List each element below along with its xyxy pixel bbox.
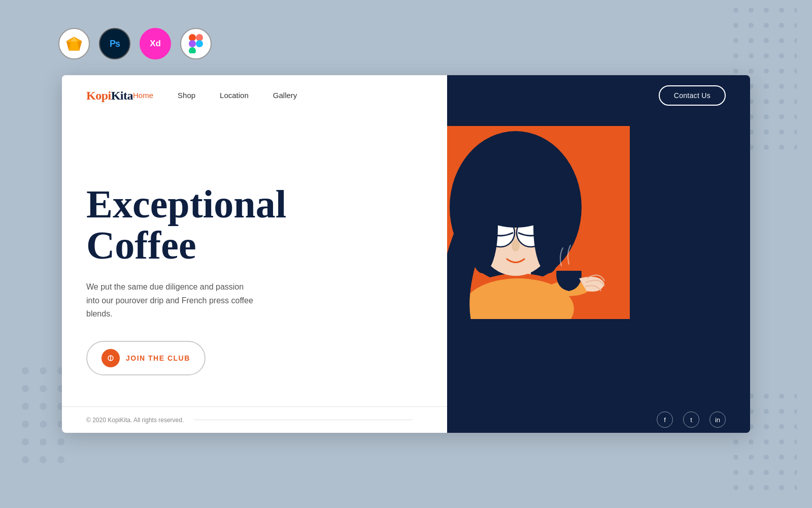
svg-point-75: [733, 470, 738, 475]
main-card: KopiKita Home Shop Location Gallery Exce…: [62, 75, 750, 433]
svg-point-47: [764, 145, 769, 150]
hero-description: We put the same due diligence and passio…: [86, 280, 259, 321]
svg-point-71: [749, 455, 754, 460]
svg-point-16: [749, 53, 754, 58]
svg-point-83: [779, 485, 784, 490]
svg-point-5: [733, 23, 738, 28]
svg-point-74: [794, 455, 797, 460]
coffee-bean-icon: [101, 349, 120, 367]
svg-point-57: [764, 409, 769, 414]
svg-point-7: [764, 23, 769, 28]
logo[interactable]: KopiKita: [86, 89, 133, 103]
svg-rect-113: [189, 47, 196, 53]
svg-point-99: [57, 438, 64, 446]
svg-point-21: [749, 69, 754, 74]
nav-item-shop[interactable]: Shop: [178, 91, 195, 100]
svg-point-59: [794, 409, 797, 414]
svg-point-33: [779, 99, 784, 104]
svg-point-44: [794, 130, 797, 135]
svg-point-32: [764, 99, 769, 104]
facebook-icon[interactable]: f: [657, 411, 673, 428]
sketch-icon: [58, 28, 90, 59]
svg-point-6: [749, 23, 754, 28]
svg-point-101: [40, 456, 47, 463]
svg-point-38: [779, 114, 784, 119]
svg-point-86: [40, 367, 47, 374]
svg-point-84: [794, 485, 797, 490]
svg-point-77: [764, 470, 769, 475]
svg-point-62: [764, 424, 769, 429]
svg-point-72: [764, 455, 769, 460]
svg-point-131: [470, 172, 561, 228]
svg-rect-133: [556, 271, 582, 273]
svg-point-3: [779, 8, 784, 13]
svg-point-4: [794, 8, 797, 13]
svg-point-102: [57, 456, 64, 463]
footer-left: © 2020 KopiKita. All rights reserved.: [62, 406, 447, 433]
svg-point-52: [764, 394, 769, 399]
svg-point-79: [794, 470, 797, 475]
hero-content: Exceptional Coffee We put the same due d…: [62, 116, 447, 433]
photoshop-icon: Ps: [99, 28, 130, 59]
svg-point-24: [794, 69, 797, 74]
svg-point-88: [22, 385, 29, 392]
svg-point-92: [40, 403, 47, 410]
svg-point-37: [764, 114, 769, 119]
right-section: Contact Us: [447, 75, 750, 433]
svg-point-19: [794, 53, 797, 58]
svg-rect-112: [196, 40, 203, 47]
hero-title: Exceptional Coffee: [86, 183, 423, 267]
copyright-text: © 2020 KopiKita. All rights reserved.: [86, 417, 184, 424]
svg-rect-111: [189, 40, 196, 47]
svg-point-12: [764, 38, 769, 43]
right-navbar: Contact Us: [447, 75, 750, 116]
svg-point-91: [22, 403, 29, 410]
svg-point-18: [779, 53, 784, 58]
svg-point-68: [779, 439, 784, 444]
svg-point-65: [733, 439, 738, 444]
svg-point-8: [779, 23, 784, 28]
svg-point-49: [794, 145, 797, 150]
join-the-club-button[interactable]: JOIN THE CLUB: [86, 341, 206, 375]
svg-point-70: [733, 455, 738, 460]
svg-point-17: [764, 53, 769, 58]
contact-us-button[interactable]: Contact Us: [659, 85, 726, 106]
svg-point-28: [779, 84, 784, 89]
twitter-icon[interactable]: t: [683, 411, 699, 428]
svg-point-126: [512, 239, 520, 251]
svg-point-27: [764, 84, 769, 89]
svg-point-63: [779, 424, 784, 429]
woman-illustration: [447, 126, 630, 319]
join-button-label: JOIN THE CLUB: [126, 354, 190, 362]
svg-point-48: [779, 145, 784, 150]
svg-point-20: [733, 69, 738, 74]
tool-icons-row: Ps Xd: [58, 28, 212, 59]
svg-point-14: [794, 38, 797, 43]
xd-icon: Xd: [140, 28, 171, 59]
svg-point-98: [40, 438, 47, 446]
svg-marker-105: [69, 42, 79, 51]
nav-item-gallery[interactable]: Gallery: [273, 91, 297, 100]
svg-point-78: [779, 470, 784, 475]
nav-item-home[interactable]: Home: [133, 91, 153, 100]
nav-links: Home Shop Location Gallery: [133, 91, 297, 100]
logo-kopi: Kopi: [86, 89, 111, 102]
svg-point-89: [40, 385, 47, 392]
svg-point-53: [779, 394, 784, 399]
svg-point-13: [779, 38, 784, 43]
linkedin-icon[interactable]: in: [709, 411, 726, 428]
svg-point-23: [779, 69, 784, 74]
svg-point-64: [794, 424, 797, 429]
svg-point-73: [779, 455, 784, 460]
svg-point-34: [794, 99, 797, 104]
svg-point-2: [764, 8, 769, 13]
svg-point-85: [22, 367, 29, 374]
svg-point-22: [764, 69, 769, 74]
svg-rect-109: [189, 34, 196, 41]
svg-point-11: [749, 38, 754, 43]
svg-point-76: [749, 470, 754, 475]
svg-point-42: [764, 130, 769, 135]
svg-point-43: [779, 130, 784, 135]
svg-point-94: [22, 421, 29, 428]
nav-item-location[interactable]: Location: [220, 91, 249, 100]
